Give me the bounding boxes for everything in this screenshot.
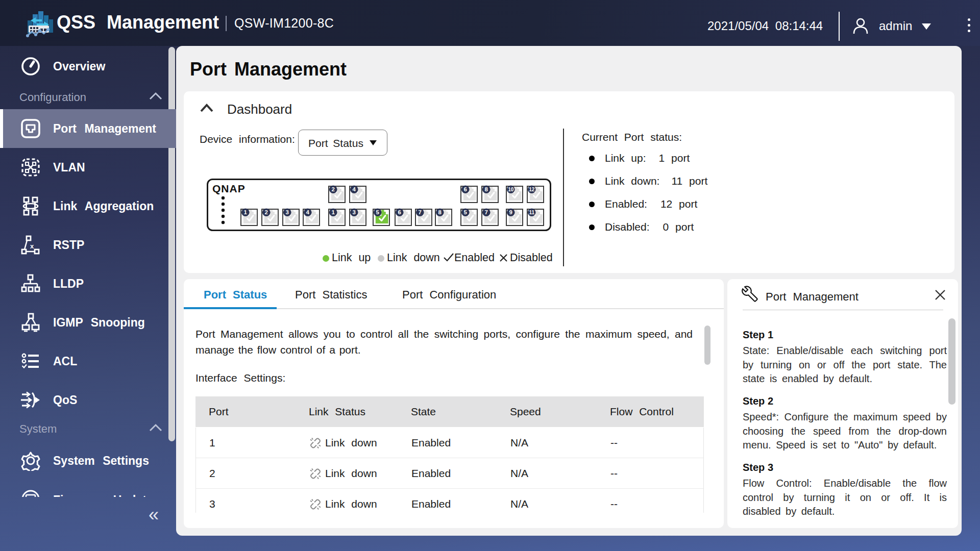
svg-text:QNAP: QNAP — [212, 183, 246, 194]
svg-text:2: 2 — [265, 209, 268, 215]
svg-text:10: 10 — [508, 187, 514, 192]
svg-text:8: 8 — [438, 209, 442, 215]
svg-text:5: 5 — [464, 209, 468, 215]
svg-text:1: 1 — [332, 209, 335, 215]
svg-text:4: 4 — [306, 209, 310, 215]
svg-text:3: 3 — [286, 209, 289, 215]
svg-text:x: x — [30, 242, 34, 250]
svg-text:5: 5 — [376, 209, 380, 215]
svg-text:11: 11 — [529, 210, 535, 215]
svg-text:2: 2 — [332, 186, 335, 192]
svg-text:6: 6 — [398, 209, 401, 215]
svg-text:7: 7 — [485, 209, 488, 215]
svg-text:7: 7 — [419, 209, 422, 215]
svg-text:1: 1 — [244, 209, 248, 215]
svg-text:12: 12 — [529, 187, 535, 192]
svg-text:3: 3 — [353, 209, 356, 215]
svg-text:9: 9 — [509, 209, 512, 215]
svg-text:6: 6 — [464, 186, 467, 192]
svg-text:4: 4 — [353, 186, 356, 192]
svg-text:8: 8 — [485, 186, 488, 192]
